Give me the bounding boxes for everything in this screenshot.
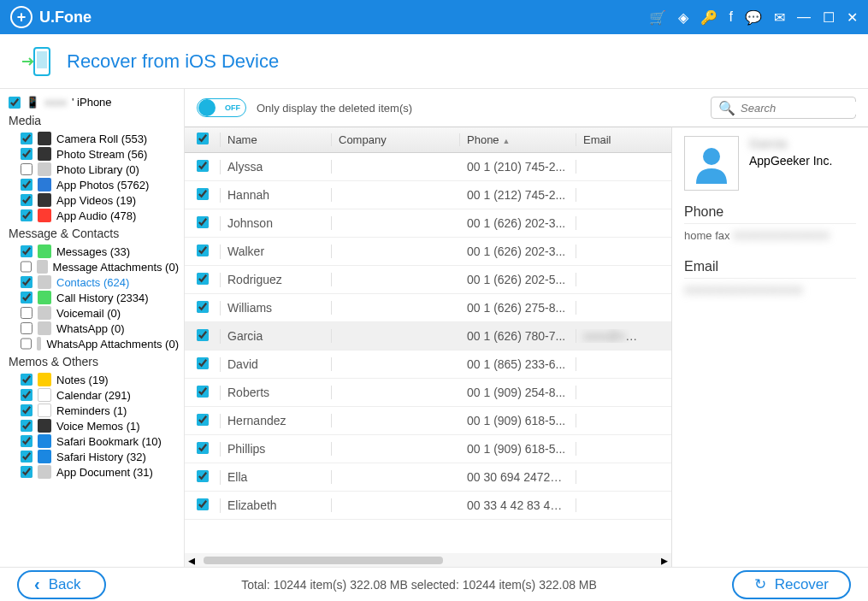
row-checkbox[interactable]	[197, 160, 209, 172]
item-label: App Audio (478)	[56, 209, 136, 222]
row-checkbox[interactable]	[197, 188, 209, 200]
maximize-icon[interactable]: ☐	[823, 9, 835, 26]
item-label: App Videos (19)	[56, 194, 136, 207]
facebook-icon[interactable]: f	[729, 9, 733, 25]
item-checkbox[interactable]	[21, 374, 32, 386]
cell-name: Phillips	[221, 442, 332, 456]
device-owner: xxxx	[44, 96, 67, 109]
search-box[interactable]: 🔍	[711, 97, 856, 119]
row-checkbox[interactable]	[197, 329, 209, 341]
item-checkbox[interactable]	[21, 276, 32, 288]
table-row[interactable]: Phillips00 1 (909) 618-5...	[185, 435, 671, 463]
item-checkbox[interactable]	[21, 245, 32, 257]
row-checkbox[interactable]	[197, 273, 209, 285]
row-checkbox[interactable]	[197, 386, 209, 398]
sidebar-item[interactable]: Safari History (32)	[9, 449, 179, 464]
sidebar-item[interactable]: Safari Bookmark (10)	[9, 433, 179, 449]
row-checkbox[interactable]	[197, 301, 209, 313]
cell-phone: 00 30 694 2472286	[460, 470, 576, 484]
minimize-icon[interactable]: ―	[797, 9, 811, 25]
search-input[interactable]	[741, 102, 868, 115]
select-all-checkbox[interactable]	[197, 133, 209, 144]
cart-icon[interactable]: 🛒	[649, 9, 666, 26]
item-checkbox[interactable]	[21, 420, 32, 432]
sidebar-item[interactable]: Voicemail (0)	[9, 305, 179, 321]
horizontal-scrollbar[interactable]: ◂▸	[185, 553, 671, 567]
titlebar-icons: 🛒 ◈ 🔑 f 💬 ✉ ― ☐ ✕	[649, 9, 858, 26]
device-checkbox[interactable]	[9, 97, 21, 109]
row-checkbox[interactable]	[197, 216, 209, 228]
item-checkbox[interactable]	[21, 322, 32, 334]
table-row[interactable]: Ella00 30 694 2472286	[185, 463, 671, 492]
sidebar-item[interactable]: Call History (2334)	[9, 290, 179, 305]
table-row[interactable]: David00 1 (865) 233-6...	[185, 351, 671, 379]
item-checkbox[interactable]	[21, 209, 32, 221]
back-button[interactable]: ‹ Back	[17, 570, 106, 599]
item-checkbox[interactable]	[21, 451, 32, 463]
sidebar-item[interactable]: App Videos (19)	[9, 192, 179, 208]
row-checkbox[interactable]	[197, 414, 209, 426]
table-row[interactable]: Johnson00 1 (626) 202-3...	[185, 209, 671, 238]
sidebar-item[interactable]: Photo Library (0)	[9, 162, 179, 177]
table-row[interactable]: Roberts00 1 (909) 254-8...	[185, 379, 671, 407]
table-row[interactable]: Garcia00 1 (626) 780-7...xxxx@xxxx	[185, 322, 671, 351]
recover-button[interactable]: ↻ Recover	[732, 570, 851, 599]
table-row[interactable]: Hannah00 1 (212) 745-2...	[185, 181, 671, 209]
sidebar-item[interactable]: App Photos (5762)	[9, 177, 179, 192]
item-checkbox[interactable]	[21, 404, 32, 416]
notes-icon	[38, 373, 51, 386]
key-icon[interactable]: 🔑	[700, 9, 717, 26]
table-row[interactable]: Elizabeth00 33 4 42 83 46 ...	[185, 492, 671, 520]
table-row[interactable]: Williams00 1 (626) 275-8...	[185, 294, 671, 322]
sidebar-item[interactable]: Messages (33)	[9, 244, 179, 259]
sidebar-item[interactable]: Photo Stream (56)	[9, 146, 179, 162]
item-checkbox[interactable]	[21, 179, 32, 191]
col-company[interactable]: Company	[332, 133, 460, 146]
sidebar-item[interactable]: Contacts (624)	[9, 274, 179, 290]
item-checkbox[interactable]	[21, 435, 32, 447]
sidebar-item[interactable]: WhatsApp (0)	[9, 321, 179, 336]
item-checkbox[interactable]	[21, 133, 32, 144]
row-checkbox[interactable]	[197, 442, 209, 454]
item-checkbox[interactable]	[21, 338, 32, 350]
chevron-left-icon: ‹	[34, 574, 40, 594]
item-checkbox[interactable]	[21, 307, 32, 319]
item-checkbox[interactable]	[21, 194, 32, 206]
item-checkbox[interactable]	[21, 163, 32, 175]
col-phone[interactable]: Phone▲	[460, 133, 576, 146]
sidebar-item[interactable]: Message Attachments (0)	[9, 259, 179, 274]
row-checkbox[interactable]	[197, 357, 209, 369]
sidebar-item[interactable]: WhatsApp Attachments (0)	[9, 336, 179, 351]
sidebar-item[interactable]: App Document (31)	[9, 464, 179, 480]
sidebar-item[interactable]: Voice Memos (1)	[9, 418, 179, 433]
item-checkbox[interactable]	[21, 292, 32, 303]
table-row[interactable]: Rodriguez00 1 (626) 202-5...	[185, 266, 671, 294]
item-checkbox[interactable]	[21, 466, 32, 478]
message-icon[interactable]: ✉	[774, 9, 785, 26]
diamond-icon[interactable]: ◈	[678, 9, 688, 26]
item-checkbox[interactable]	[21, 148, 32, 160]
table-row[interactable]: Hernandez00 1 (909) 618-5...	[185, 407, 671, 435]
row-checkbox[interactable]	[197, 245, 209, 256]
table-row[interactable]: Walker00 1 (626) 202-3...	[185, 238, 671, 266]
table-row[interactable]: Alyssa00 1 (210) 745-2...	[185, 153, 671, 181]
device-row[interactable]: 📱 xxxx ' iPhone	[9, 96, 179, 109]
item-checkbox[interactable]	[21, 389, 32, 401]
sidebar-item[interactable]: Reminders (1)	[9, 403, 179, 418]
sidebar-item[interactable]: Camera Roll (553)	[9, 131, 179, 146]
phone-value: home fax XXXXXXXXXXXXX	[684, 229, 856, 242]
sidebar-item[interactable]: Notes (19)	[9, 372, 179, 387]
waatt-icon	[37, 337, 41, 351]
chat-icon[interactable]: 💬	[745, 9, 762, 26]
close-icon[interactable]: ✕	[847, 9, 858, 26]
item-label: Voice Memos (1)	[56, 420, 140, 433]
row-checkbox[interactable]	[197, 470, 209, 482]
col-name[interactable]: Name	[221, 133, 332, 146]
sidebar-item[interactable]: Calendar (291)	[9, 387, 179, 403]
col-email[interactable]: Email	[576, 133, 647, 146]
deleted-only-toggle[interactable]: OFF	[197, 98, 246, 117]
sidebar-item[interactable]: App Audio (478)	[9, 208, 179, 223]
device-name: ' iPhone	[72, 96, 112, 109]
row-checkbox[interactable]	[197, 498, 209, 510]
item-checkbox[interactable]	[21, 261, 32, 273]
